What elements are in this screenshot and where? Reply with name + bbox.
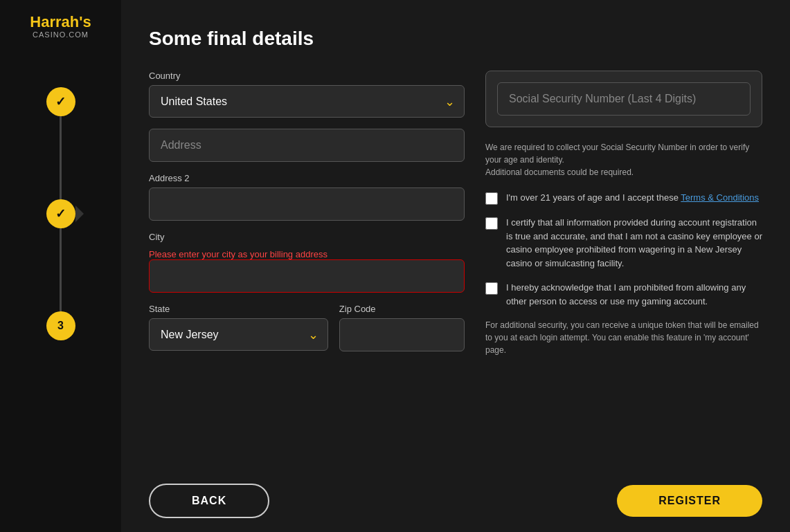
checkbox-acknowledge[interactable] — [485, 282, 498, 295]
country-select[interactable]: United States Canada United Kingdom — [149, 85, 465, 118]
checkbox-age-label: I'm over 21 years of age and I accept th… — [506, 191, 759, 205]
page-title: Some final details — [149, 28, 762, 50]
form-layout: Country United States Canada United King… — [149, 71, 762, 356]
city-field-group: City Please enter your city as your bill… — [149, 232, 465, 293]
step-line-2 — [60, 228, 62, 311]
checkbox-item-3: I hereby acknowledge that I am prohibite… — [485, 281, 762, 308]
address2-field-group: Address 2 — [149, 173, 465, 221]
country-select-wrapper: United States Canada United Kingdom ⌄ — [149, 85, 465, 118]
step-3: 3 — [46, 311, 75, 340]
city-label: City — [149, 232, 465, 242]
step-1-circle: ✓ — [46, 87, 75, 116]
logo: Harrah's CASINO.COM — [30, 14, 91, 39]
back-button[interactable]: BACK — [149, 484, 269, 518]
checkbox-certify[interactable] — [485, 217, 498, 230]
country-field-group: Country United States Canada United King… — [149, 71, 465, 118]
step-1: ✓ — [46, 87, 75, 116]
bottom-bar: BACK REGISTER — [121, 470, 790, 532]
terms-link[interactable]: Terms & Conditions — [681, 192, 759, 203]
state-field-group: State New Jersey New York California Tex… — [149, 304, 328, 351]
state-select-wrapper: New Jersey New York California Texas Flo… — [149, 318, 328, 351]
state-select[interactable]: New Jersey New York California Texas Flo… — [149, 318, 328, 351]
country-label: Country — [149, 71, 465, 81]
checkbox-item-1: I'm over 21 years of age and I accept th… — [485, 191, 762, 205]
checkbox-certify-label: I certify that all information provided … — [506, 216, 762, 270]
state-zip-row: State New Jersey New York California Tex… — [149, 304, 465, 351]
ssn-info-text: We are required to collect your Social S… — [485, 141, 762, 178]
checkmark-icon: ✓ — [55, 94, 66, 109]
ssn-panel — [485, 71, 762, 127]
checkbox-acknowledge-label: I hereby acknowledge that I am prohibite… — [506, 281, 762, 308]
form-left: Country United States Canada United King… — [149, 71, 465, 356]
step-3-label: 3 — [57, 320, 64, 332]
ssn-input[interactable] — [497, 82, 751, 116]
step-line-1 — [60, 116, 62, 199]
security-text: For additional security, you can receive… — [485, 319, 762, 356]
step-2: ✓ — [46, 199, 75, 228]
address2-label: Address 2 — [149, 173, 465, 183]
city-input[interactable] — [149, 259, 465, 293]
zip-input[interactable] — [339, 318, 465, 351]
checkmark-icon-2: ✓ — [55, 206, 66, 221]
logo-sub: CASINO.COM — [30, 30, 91, 39]
checkbox-item-2: I certify that all information provided … — [485, 216, 762, 270]
step-list: ✓ ✓ 3 — [46, 87, 75, 340]
checkbox-group: I'm over 21 years of age and I accept th… — [485, 191, 762, 308]
register-button[interactable]: REGISTER — [617, 485, 762, 517]
logo-text: Harrah's — [30, 14, 91, 30]
city-error-message: Please enter your city as your billing a… — [149, 249, 465, 259]
sidebar: Harrah's CASINO.COM ✓ ✓ 3 — [0, 0, 121, 532]
state-label: State — [149, 304, 328, 314]
address-input[interactable] — [149, 129, 465, 162]
main-content: Some final details Country United States… — [121, 0, 790, 532]
form-right: We are required to collect your Social S… — [485, 71, 762, 356]
checkbox-age-terms[interactable] — [485, 192, 498, 205]
step-2-circle: ✓ — [46, 199, 75, 228]
step-3-circle: 3 — [46, 311, 75, 340]
sidebar-arrow — [75, 205, 84, 222]
zip-field-group: Zip Code — [339, 304, 465, 351]
zip-label: Zip Code — [339, 304, 465, 314]
address2-input[interactable] — [149, 187, 465, 221]
address-field-group — [149, 129, 465, 162]
